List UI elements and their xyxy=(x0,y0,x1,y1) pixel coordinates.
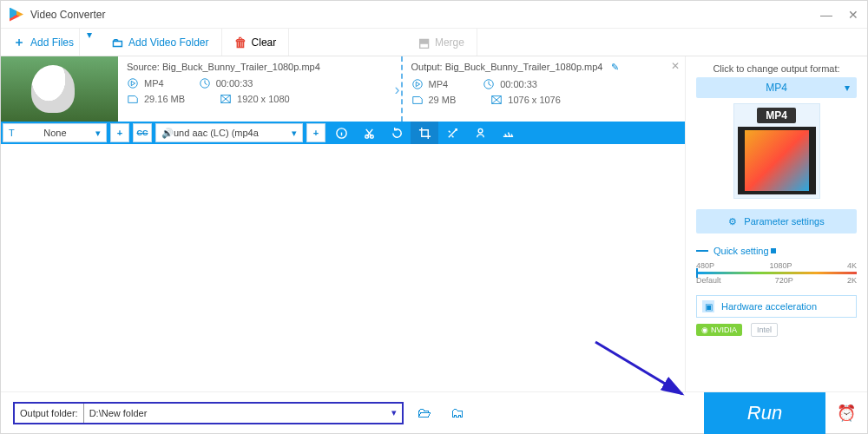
tick-2k: 2K xyxy=(847,276,857,285)
output-label: Output: xyxy=(411,62,443,72)
merge-label: Merge xyxy=(435,36,464,49)
output-folder-path: D:\New folder xyxy=(84,408,386,418)
output-format: MP4 xyxy=(429,79,449,89)
folder-plus-icon: 🗀 xyxy=(111,36,123,49)
add-audio-button[interactable]: + xyxy=(306,123,326,142)
format-caption: Click to change output format: xyxy=(696,63,857,74)
tick-4k: 4K xyxy=(847,261,857,270)
close-button[interactable]: ✕ xyxy=(848,8,858,22)
checkbox-icon: ▣ xyxy=(702,300,714,312)
app-title: Video Converter xyxy=(30,9,106,21)
merge-icon: ⬒ xyxy=(418,36,430,49)
add-subtitle-button[interactable]: + xyxy=(110,123,129,142)
filter-tool-button[interactable] xyxy=(494,122,522,144)
open-output-folder-button[interactable]: 🗁 xyxy=(412,402,437,424)
tick-720p: 720P xyxy=(775,276,793,285)
remove-item-button[interactable]: ✕ xyxy=(671,60,680,72)
format-value: MP4 xyxy=(766,82,787,94)
output-duration: 00:00:33 xyxy=(500,79,537,89)
source-info: Source: Big_Buck_Bunny_Trailer_1080p.mp4… xyxy=(118,56,403,122)
video-item[interactable]: Source: Big_Buck_Bunny_Trailer_1080p.mp4… xyxy=(1,56,685,122)
film-strip-icon xyxy=(738,127,816,194)
schedule-button[interactable]: ⏰ xyxy=(825,392,867,434)
source-label: Source: xyxy=(127,62,160,72)
audio-value: und aac (LC) (mp4a xyxy=(174,128,292,138)
source-duration: 00:00:33 xyxy=(216,78,253,89)
format-preview-label: MP4 xyxy=(757,108,796,123)
open-completed-folder-button[interactable]: 🗂 xyxy=(445,402,470,424)
add-video-folder-button[interactable]: 🗀 Add Video Folder xyxy=(99,29,222,56)
svg-point-9 xyxy=(478,128,483,133)
source-resolution: 1920 x 1080 xyxy=(237,94,290,104)
intel-badge: Intel xyxy=(751,323,778,337)
run-button[interactable]: Run xyxy=(704,392,825,434)
svg-point-0 xyxy=(128,79,138,89)
add-folder-label: Add Video Folder xyxy=(128,36,209,49)
add-files-label: Add Files xyxy=(30,36,74,49)
subtitle-value: None xyxy=(43,128,66,138)
quality-slider[interactable] xyxy=(696,272,857,274)
bottom-bar: Output folder: D:\New folder ▾ 🗁 🗂 Run ⏰ xyxy=(1,391,867,433)
disable-subtitle-button[interactable]: CC xyxy=(133,123,152,142)
arrow-right-icon: › xyxy=(395,80,400,98)
tick-1080p: 1080P xyxy=(769,261,792,270)
output-folder-label: Output folder: xyxy=(15,404,84,423)
output-folder-dropdown[interactable]: ▾ xyxy=(386,407,402,418)
output-folder-field[interactable]: Output folder: D:\New folder ▾ xyxy=(13,402,404,424)
source-format: MP4 xyxy=(144,78,164,89)
output-info: › ✕ Output: Big_Buck_Bunny_Trailer_1080p… xyxy=(403,56,686,122)
watermark-tool-button[interactable] xyxy=(466,122,494,144)
hardware-acceleration-toggle[interactable]: ▣ Hardware acceleration xyxy=(696,295,857,318)
sliders-icon: ⚙ xyxy=(728,216,737,227)
output-filename: Big_Buck_Bunny_Trailer_1080p.mp4 xyxy=(445,62,603,72)
format-preview[interactable]: MP4 xyxy=(733,103,820,199)
main-toolbar: ＋ Add Files ▾ 🗀 Add Video Folder 🗑 Clear… xyxy=(1,29,867,56)
quick-setting: Quick setting 480P 1080P 4K Default 720P… xyxy=(696,246,857,285)
run-label: Run xyxy=(747,402,782,424)
param-label: Parameter settings xyxy=(744,216,824,227)
plus-icon: ＋ xyxy=(13,35,25,50)
quick-setting-label: Quick setting xyxy=(713,246,769,256)
title-bar: Video Converter — ✕ xyxy=(1,1,867,29)
output-resolution: 1076 x 1076 xyxy=(508,95,561,105)
nvidia-badge: ◉NVIDIA xyxy=(696,324,742,336)
trim-tool-button[interactable] xyxy=(355,122,383,144)
add-files-button[interactable]: ＋ Add Files xyxy=(1,29,80,56)
clear-button[interactable]: 🗑 Clear xyxy=(222,29,290,56)
add-files-dropdown[interactable]: ▾ xyxy=(80,29,99,56)
subtitle-select[interactable]: TNone▾ xyxy=(3,123,107,142)
edit-filename-icon[interactable]: ✎ xyxy=(611,62,619,72)
format-panel: Click to change output format: MP4 MP4 ⚙… xyxy=(685,56,867,391)
info-tool-button[interactable] xyxy=(327,122,355,144)
trash-icon: 🗑 xyxy=(234,36,247,49)
svg-point-3 xyxy=(412,80,422,89)
minimize-button[interactable]: — xyxy=(820,8,832,22)
tick-default: Default xyxy=(696,276,721,285)
clear-label: Clear xyxy=(252,36,277,49)
audio-select[interactable]: 🔊und aac (LC) (mp4a▾ xyxy=(155,123,303,142)
output-format-select[interactable]: MP4 xyxy=(696,77,857,98)
crop-tool-button[interactable] xyxy=(411,122,438,144)
tick-480p: 480P xyxy=(696,261,714,270)
app-logo-icon xyxy=(10,8,23,22)
effect-tool-button[interactable] xyxy=(438,122,466,144)
rotate-tool-button[interactable] xyxy=(383,122,411,144)
source-size: 29.16 MB xyxy=(144,94,185,104)
slider-handle[interactable] xyxy=(696,268,698,278)
merge-button[interactable]: ⬒ Merge xyxy=(406,29,477,56)
parameter-settings-button[interactable]: ⚙ Parameter settings xyxy=(696,209,857,233)
output-size: 29 MB xyxy=(429,95,457,105)
item-edit-bar: TNone▾ + CC 🔊und aac (LC) (mp4a▾ + xyxy=(1,122,685,144)
video-thumbnail[interactable] xyxy=(1,56,118,122)
hw-label: Hardware acceleration xyxy=(721,301,817,312)
source-filename: Big_Buck_Bunny_Trailer_1080p.mp4 xyxy=(162,62,320,72)
